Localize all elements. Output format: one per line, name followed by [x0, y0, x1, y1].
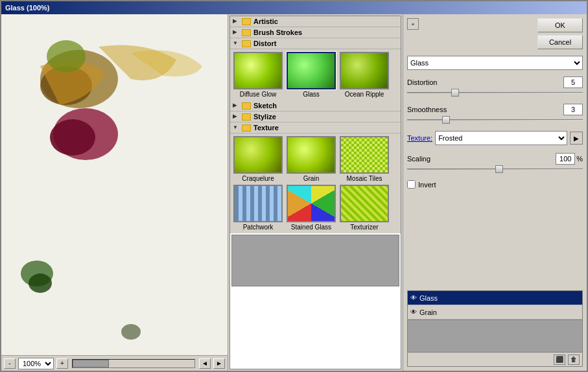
- smoothness-value-input[interactable]: [563, 104, 583, 115]
- filter-grain[interactable]: Grain: [286, 136, 336, 182]
- filter-ocean-ripple[interactable]: Ocean Ripple: [339, 52, 390, 98]
- scroll-right-button[interactable]: ►: [213, 358, 225, 369]
- distortion-slider-line: [407, 92, 583, 93]
- category-sketch-label: Sketch: [253, 102, 277, 110]
- smoothness-slider-track[interactable]: [407, 117, 583, 123]
- filter-patchwork[interactable]: Patchwork: [233, 185, 283, 231]
- grain-thumb: [287, 136, 336, 174]
- grain-label: Grain: [303, 175, 319, 182]
- smoothness-label-row: Smoothness: [407, 104, 583, 115]
- preview-panel: - 100% 50% 200% + ◄ ►: [1, 14, 228, 371]
- filter-glass[interactable]: Glass: [286, 52, 336, 98]
- scroll-left-button[interactable]: ◄: [199, 358, 211, 369]
- texturizer-preview: [341, 185, 388, 222]
- effect-row: Glass Frosted Blocks Canvas Tiny Lens: [407, 56, 583, 70]
- title-bar: Glass (100%): [1, 1, 587, 14]
- scaling-slider-thumb[interactable]: [495, 165, 503, 173]
- layer-glass-row[interactable]: 👁 Glass: [408, 291, 582, 305]
- scaling-label-row: Scaling %: [407, 153, 583, 165]
- filter-mosaic-tiles[interactable]: Mosaic Tiles: [339, 136, 390, 182]
- distortion-value-input[interactable]: [563, 76, 583, 88]
- layer-grain-name: Grain: [419, 308, 437, 316]
- texture-filter-grid: Craquelure Grain Mosaic Tile: [230, 134, 401, 233]
- patchwork-preview: [235, 185, 281, 222]
- category-artistic[interactable]: ▶ Artistic: [230, 16, 401, 27]
- smoothness-slider-thumb[interactable]: [442, 116, 450, 124]
- category-stylize[interactable]: ▶ Stylize: [230, 111, 401, 122]
- glass-thumb: [287, 52, 336, 89]
- distortion-slider-track[interactable]: [407, 89, 583, 96]
- cancel-button[interactable]: Cancel: [537, 35, 583, 49]
- scaling-value-input[interactable]: [556, 153, 575, 165]
- distortion-control: Distortion: [407, 76, 583, 96]
- preview-image: [1, 14, 228, 355]
- layer-glass-eye-icon: 👁: [410, 294, 417, 301]
- distort-filter-grid: Diffuse Glow Glass Ocean Rip: [230, 49, 401, 100]
- svg-point-4: [50, 119, 95, 156]
- grain-preview: [288, 136, 335, 174]
- category-stylize-label: Stylize: [253, 113, 276, 121]
- scaling-label: Scaling: [407, 155, 430, 163]
- diffuse-glow-label: Diffuse Glow: [240, 91, 277, 98]
- filter-craquelure[interactable]: Craquelure: [233, 136, 283, 182]
- folder-icon: [242, 18, 251, 25]
- filter-stained-glass[interactable]: Stained Glass: [286, 185, 336, 231]
- smoothness-control: Smoothness: [407, 104, 583, 123]
- diffuse-glow-preview: [235, 52, 281, 89]
- mosaic-tiles-label: Mosaic Tiles: [346, 175, 382, 182]
- ok-cancel-group: OK Cancel: [537, 18, 583, 49]
- collapse-button[interactable]: «: [407, 18, 419, 30]
- mosaic-preview: [341, 136, 388, 174]
- texture-nav-button[interactable]: ▶: [570, 132, 583, 145]
- ok-button[interactable]: OK: [537, 18, 583, 32]
- texturizer-label: Texturizer: [350, 224, 378, 231]
- layer-empty-area: [408, 320, 582, 352]
- scaling-control: Scaling %: [407, 153, 583, 172]
- zoom-select[interactable]: 100% 50% 200%: [18, 358, 54, 369]
- scaling-value-group: %: [556, 153, 583, 165]
- distortion-label-row: Distortion: [407, 76, 583, 88]
- arrow-right-icon-2: ▶: [233, 29, 239, 36]
- zoom-minus-button[interactable]: -: [4, 358, 16, 369]
- smoothness-label: Smoothness: [407, 106, 447, 113]
- filter-texturizer[interactable]: Texturizer: [339, 185, 390, 231]
- texture-select[interactable]: Frosted Blocks Canvas Tiny Lens: [435, 131, 567, 145]
- scaling-slider-track[interactable]: [407, 166, 583, 172]
- window-content: - 100% 50% 200% + ◄ ► ▶: [1, 14, 587, 371]
- texture-link-label[interactable]: Texture:: [407, 134, 432, 142]
- patchwork-thumb: [233, 185, 283, 222]
- category-distort[interactable]: ▼ Distort: [230, 38, 401, 49]
- zoom-plus-button[interactable]: +: [56, 358, 68, 369]
- craquelure-label: Craquelure: [242, 175, 274, 182]
- layer-delete-button[interactable]: 🗑: [568, 355, 580, 365]
- arrow-right-icon-4: ▶: [233, 113, 239, 120]
- invert-checkbox[interactable]: [407, 180, 416, 189]
- scaling-unit: %: [576, 155, 583, 163]
- category-texture-label: Texture: [253, 124, 279, 132]
- category-texture[interactable]: ▼ Texture: [230, 122, 401, 134]
- svg-point-9: [121, 324, 141, 340]
- category-brush-strokes[interactable]: ▶ Brush Strokes: [230, 27, 401, 38]
- texturizer-thumb: [340, 185, 389, 222]
- category-distort-label: Distort: [253, 40, 276, 47]
- arrow-down-icon: ▼: [233, 40, 239, 47]
- category-sketch[interactable]: ▶ Sketch: [230, 100, 401, 111]
- filter-preview-area: [231, 235, 399, 286]
- filter-diffuse-glow[interactable]: Diffuse Glow: [233, 52, 283, 98]
- folder-icon-6: [242, 124, 251, 132]
- effect-select[interactable]: Glass Frosted Blocks Canvas Tiny Lens: [407, 56, 583, 70]
- distortion-slider-thumb[interactable]: [451, 89, 459, 97]
- layer-grain-row[interactable]: 👁 Grain: [408, 305, 582, 320]
- filter-scroll-area[interactable]: ▶ Artistic ▶ Brush Strokes ▼ Distort: [229, 16, 401, 369]
- invert-label: Invert: [418, 181, 436, 189]
- horizontal-scrollbar[interactable]: [72, 359, 195, 368]
- folder-icon-2: [242, 29, 251, 36]
- craquelure-thumb: [233, 136, 283, 174]
- stained-glass-label: Stained Glass: [291, 224, 331, 231]
- smoothness-slider-line: [407, 119, 583, 121]
- layer-add-button[interactable]: ⬛: [554, 355, 565, 365]
- effect-dropdown-row: Glass Frosted Blocks Canvas Tiny Lens: [407, 56, 583, 70]
- arrow-down-icon-2: ▼: [233, 124, 239, 131]
- diffuse-glow-thumb: [233, 52, 283, 89]
- glass-label: Glass: [303, 91, 320, 98]
